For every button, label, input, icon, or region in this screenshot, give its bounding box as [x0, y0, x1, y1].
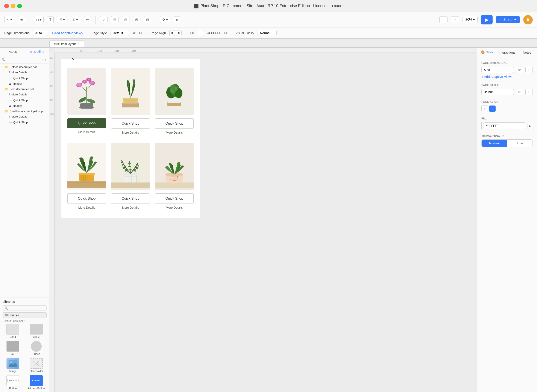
group-header-small[interactable]: ▾ 📁 Small indoor plant yellow p: [0, 108, 49, 114]
close-filter-icon[interactable]: ✕: [41, 58, 44, 61]
shape-tool[interactable]: □ ▾: [34, 16, 43, 23]
quick-shop-label-3: Quick Shop: [13, 121, 28, 124]
select-tool[interactable]: ↖ ▾: [4, 16, 14, 23]
child-image-2[interactable]: 🖼 (Image): [0, 103, 49, 108]
child-quick-shop-1[interactable]: — Quick Shop: [0, 75, 49, 81]
canvas-scroll-wrapper[interactable]: 200 400 600 800 1000 ↖: [49, 53, 477, 392]
child-image-1[interactable]: 🖼 (Image): [0, 81, 49, 86]
tab-outline[interactable]: ⊞ Outline: [25, 48, 49, 56]
fill-color-swatch[interactable]: [198, 30, 204, 36]
lib-item-box1[interactable]: Box 1: [3, 324, 24, 338]
libraries-title[interactable]: Libraries: [3, 300, 15, 303]
layers-tool[interactable]: ⧉ ▾: [71, 16, 80, 23]
page-style-icon-btn[interactable]: ⊡: [525, 89, 533, 95]
vf-low-btn[interactable]: Low: [507, 140, 533, 147]
quick-shop-label-2: Quick Shop: [13, 99, 28, 102]
more-details-link-4[interactable]: More Details: [78, 206, 95, 209]
fill-eye-btn[interactable]: ⊡: [527, 123, 533, 129]
child-more-details-1[interactable]: T More Details: [0, 70, 49, 75]
child-more-details-3[interactable]: T More Details: [0, 114, 49, 119]
tab-pages[interactable]: Pages: [0, 48, 25, 56]
page-style-right-select[interactable]: Default: [481, 89, 514, 95]
add-adaptive-views-right-btn[interactable]: + Add Adaptive Views: [481, 75, 533, 79]
lib-item-box2[interactable]: Box 2: [26, 324, 47, 338]
align-center-panel-btn[interactable]: ≡: [489, 106, 496, 112]
pen-tool[interactable]: ✒: [84, 16, 91, 23]
history-back[interactable]: ←: [439, 16, 447, 23]
image-preview: [6, 358, 19, 369]
lib-item-primary-button[interactable]: BUTTON Primary Button: [26, 375, 47, 390]
align-left-btn[interactable]: ≡: [169, 30, 175, 36]
history-forward[interactable]: →: [451, 16, 459, 23]
interaction-btn[interactable]: ⟳ ▾: [160, 16, 170, 23]
lib-all-libraries-select[interactable]: All Libraries: [3, 313, 47, 318]
libraries-menu-icon[interactable]: ⋮: [43, 299, 47, 304]
visual-fidelity-select[interactable]: Normal Low: [257, 30, 277, 36]
page-dimensions-select[interactable]: Auto: [33, 30, 48, 36]
tab-close-icon[interactable]: ✕: [77, 42, 80, 46]
more-details-link-1[interactable]: More Details: [78, 130, 95, 134]
fill-hex-input[interactable]: [484, 122, 526, 129]
interaction-tool[interactable]: ⊕: [18, 16, 25, 23]
folder-icon: 📁: [5, 110, 8, 113]
share-button[interactable]: ↑ Share ▾: [496, 16, 520, 23]
tab-multi-item-layout[interactable]: Multi-item layout ✕: [49, 40, 84, 47]
play-button[interactable]: ▶: [481, 15, 493, 24]
quick-shop-btn-3[interactable]: Quick Shop: [155, 118, 194, 129]
page-style-reset-btn[interactable]: ⟳: [516, 89, 523, 95]
lib-item-placeholder[interactable]: Placeholder: [26, 358, 47, 373]
widget-tool[interactable]: ⊞ ▾: [57, 16, 67, 23]
more-details-link-3[interactable]: More Details: [166, 131, 183, 134]
fill-icon-btn[interactable]: ⊡: [224, 31, 227, 35]
align-tool[interactable]: ⊞: [111, 16, 119, 23]
page-dim-icon-btn[interactable]: ⊡: [525, 67, 533, 73]
filter-icon[interactable]: ⊟: [45, 58, 48, 61]
page-dimensions-right-select[interactable]: Auto: [481, 67, 514, 73]
minimize-button[interactable]: [11, 4, 15, 8]
fill-color-preview[interactable]: [481, 122, 482, 129]
quick-shop-btn-6[interactable]: Quick Shop: [155, 193, 194, 204]
canvas-area[interactable]: 800 1000 1200 1400 200 400 600 800 1000 …: [49, 48, 477, 392]
crop-tool[interactable]: ⊠: [133, 16, 140, 23]
maximize-button[interactable]: [17, 4, 22, 8]
tab-notes[interactable]: Notes: [517, 48, 537, 57]
lib-item-box3[interactable]: Box 3: [3, 341, 24, 355]
lib-item-ellipse[interactable]: Ellipse: [26, 341, 47, 355]
distribute-tool[interactable]: ⊟: [122, 16, 129, 23]
tab-interactions[interactable]: Interactions: [497, 48, 517, 57]
more-details-link-5[interactable]: More Details: [122, 206, 139, 209]
close-button[interactable]: [4, 4, 9, 8]
resize-tool[interactable]: ⊡: [144, 16, 151, 23]
user-avatar[interactable]: E: [523, 15, 533, 24]
child-quick-shop-3[interactable]: — Quick Shop: [0, 119, 49, 125]
more-details-link-2[interactable]: More Details: [122, 131, 139, 134]
vf-normal-btn[interactable]: Normal: [482, 140, 507, 147]
page-icon-2[interactable]: ⊡: [139, 31, 142, 35]
quick-shop-btn-4[interactable]: Quick Shop: [67, 193, 106, 204]
child-quick-shop-2[interactable]: — Quick Shop: [0, 97, 49, 103]
group-header-fern[interactable]: ▾ 📁 Fern decorative pot: [0, 86, 49, 92]
text-tool[interactable]: T: [47, 16, 54, 23]
add-adaptive-views-btn[interactable]: + Add Adaptive Views: [52, 31, 83, 35]
quick-shop-btn-5[interactable]: Quick Shop: [111, 193, 150, 204]
more-tools[interactable]: »: [174, 16, 180, 23]
lib-item-button[interactable]: BUTTON Button: [3, 375, 24, 390]
fit-tool[interactable]: ⤢: [100, 16, 108, 23]
page-icon-1[interactable]: ⟳: [133, 31, 136, 35]
tab-style[interactable]: 🎨 Style: [477, 48, 497, 57]
zoom-control[interactable]: 80% ▾: [462, 16, 478, 23]
more-details-link-6[interactable]: More Details: [166, 206, 183, 209]
visual-fidelity-title: VISUAL FIDELITY: [481, 134, 533, 137]
lib-item-image[interactable]: Image: [3, 358, 24, 373]
more-details-label-2: More Details: [11, 93, 27, 96]
group-header-pothos[interactable]: ▾ 📁 Pothos decorative pot: [0, 64, 49, 70]
page-dim-reset-btn[interactable]: ⟳: [516, 67, 523, 73]
align-center-btn[interactable]: ≡: [176, 30, 181, 36]
child-more-details-2[interactable]: T More Details: [0, 92, 49, 97]
libraries-search[interactable]: 🔍: [3, 305, 47, 311]
page-style-select[interactable]: Default: [110, 30, 129, 36]
quick-shop-btn-1[interactable]: Quick Shop: [67, 118, 106, 128]
folder-icon: 📁: [5, 88, 8, 91]
align-left-panel-btn[interactable]: ≡: [481, 106, 488, 112]
quick-shop-btn-2[interactable]: Quick Shop: [111, 118, 150, 129]
